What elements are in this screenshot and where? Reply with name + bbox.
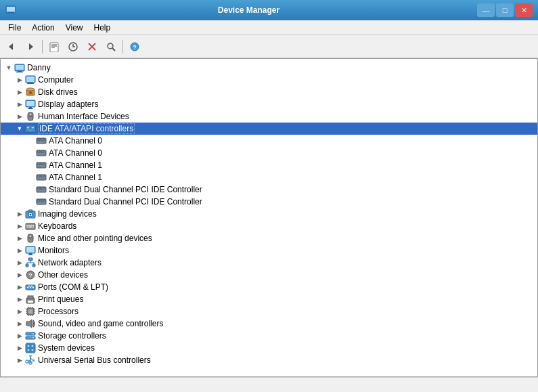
svg-rect-65 — [32, 225, 34, 226]
expand-mouse[interactable]: ▶ — [14, 233, 25, 244]
monitors-label: Monitors — [38, 246, 69, 255]
help-button[interactable]: ? — [126, 38, 143, 56]
ports-label: Ports (COM & LPT) — [38, 282, 108, 292]
svg-rect-23 — [27, 83, 34, 84]
expand-other[interactable]: ▶ — [14, 269, 25, 280]
usb-label: Universal Serial Bus controllers — [38, 355, 151, 365]
ata-ch0-2-label: ATA Channel 0 — [49, 148, 102, 158]
update-driver-button[interactable] — [64, 38, 82, 56]
list-item[interactable]: ▶ ? Other devices — [1, 269, 537, 281]
svg-rect-46 — [37, 163, 40, 165]
svg-rect-56 — [41, 200, 44, 201]
svg-rect-44 — [41, 151, 44, 152]
svg-rect-41 — [41, 139, 44, 140]
list-item[interactable]: ATA Channel 1 — [1, 159, 537, 171]
print-icon — [25, 294, 36, 305]
list-item[interactable]: ▶ Print queues — [1, 293, 537, 305]
expand-ports[interactable]: ▶ — [14, 282, 25, 292]
list-item[interactable]: ▶ Mice and other pointing devices — [1, 232, 537, 244]
svg-rect-53 — [41, 188, 44, 189]
expand-monitors[interactable]: ▶ — [14, 245, 25, 256]
scan-hardware-button[interactable] — [102, 38, 120, 56]
ata-icon — [36, 172, 47, 183]
expand-display[interactable]: ▶ — [14, 99, 25, 110]
svg-point-89 — [28, 286, 30, 287]
std-pci-1-label: Standard Dual Channel PCI IDE Controller — [49, 185, 202, 194]
list-item[interactable]: ▶ Ports (COM & LPT) — [1, 281, 537, 293]
forward-button[interactable] — [22, 38, 39, 56]
expand-processors[interactable]: ▶ — [14, 306, 25, 317]
expand-ide[interactable]: ▼ — [14, 123, 25, 134]
svg-rect-116 — [31, 345, 34, 347]
list-item[interactable]: Standard Dual Channel PCI IDE Controller — [1, 196, 537, 208]
svg-rect-29 — [29, 107, 32, 108]
expand-disk[interactable]: ▶ — [14, 87, 25, 97]
expand-print[interactable]: ▶ — [14, 294, 25, 305]
list-item[interactable]: ▶ Monitors — [1, 244, 537, 257]
expand-usb[interactable]: ▶ — [14, 355, 25, 366]
menu-action[interactable]: Action — [26, 22, 60, 34]
expand-hid[interactable]: ▶ — [14, 111, 25, 122]
svg-rect-36 — [31, 127, 35, 129]
menu-file[interactable]: File — [3, 22, 26, 34]
minimize-button[interactable]: — — [477, 3, 495, 17]
list-item[interactable]: ▶ Universal Serial Bus controllers — [1, 354, 537, 366]
tree-view[interactable]: ▼ Danny ▶ Comp — [1, 59, 537, 376]
svg-rect-22 — [28, 83, 32, 83]
svg-rect-32 — [28, 116, 33, 116]
list-item[interactable]: Standard Dual Channel PCI IDE Controller — [1, 183, 537, 196]
list-item[interactable]: ▶ Storage controllers — [1, 330, 537, 342]
svg-rect-76 — [28, 258, 32, 261]
list-item[interactable]: ▶ Network adapters — [1, 257, 537, 269]
svg-rect-115 — [27, 345, 30, 347]
expand-keyboard[interactable]: ▶ — [14, 221, 25, 232]
list-item[interactable]: ATA Channel 0 — [1, 147, 537, 159]
storage-icon — [25, 330, 36, 341]
menu-view[interactable]: View — [60, 22, 89, 34]
list-item[interactable]: ATA Channel 0 — [1, 135, 537, 147]
ide-atapi-item[interactable]: ▼ IDE ATA/ATAPI controllers — [1, 123, 537, 135]
expand-storage[interactable]: ▶ — [14, 330, 25, 341]
list-item[interactable]: ▶ Proces — [1, 305, 537, 318]
svg-rect-94 — [27, 299, 28, 300]
list-item[interactable]: ▶ System devices — [1, 342, 537, 354]
menu-help[interactable]: Help — [89, 22, 116, 34]
ata-ch1-1-label: ATA Channel 1 — [49, 160, 102, 170]
expand-computer[interactable]: ▶ — [14, 74, 25, 85]
cpu-icon — [25, 306, 36, 317]
list-item[interactable]: ATA Channel 1 — [1, 171, 537, 183]
ata-icon — [36, 184, 47, 195]
toolbar: ? — [0, 35, 538, 58]
list-item[interactable]: ▶ Sound, video and game controllers — [1, 318, 537, 330]
maximize-button[interactable]: □ — [496, 3, 514, 17]
expand-network[interactable]: ▶ — [14, 257, 25, 268]
svg-rect-40 — [37, 139, 40, 140]
svg-rect-123 — [32, 360, 35, 362]
list-item[interactable]: ▶ Display adapters — [1, 98, 537, 110]
svg-rect-67 — [28, 227, 32, 228]
close-button[interactable]: ✕ — [515, 3, 533, 17]
svg-rect-50 — [41, 175, 44, 177]
imaging-icon — [25, 209, 36, 219]
list-item[interactable]: ▶ Keyboards — [1, 220, 537, 232]
back-button[interactable] — [3, 38, 20, 56]
expand-system[interactable]: ▶ — [14, 343, 25, 353]
list-item[interactable]: ▶ Computer — [1, 74, 537, 86]
svg-rect-64 — [30, 225, 32, 226]
expand-imaging[interactable]: ▶ — [14, 209, 25, 219]
sound-label: Sound, video and game controllers — [38, 319, 163, 328]
svg-rect-118 — [31, 349, 34, 351]
svg-marker-109 — [26, 320, 32, 328]
network-icon — [25, 257, 36, 268]
computer-icon — [25, 74, 36, 85]
expand-danny[interactable]: ▼ — [3, 62, 14, 73]
tree-root[interactable]: ▼ Danny — [1, 62, 537, 74]
uninstall-button[interactable] — [83, 38, 101, 56]
list-item[interactable]: ▶ Human Interface Devices — [1, 110, 537, 123]
expand-sound[interactable]: ▶ — [14, 318, 25, 329]
hid-label: Human Interface Devices — [38, 112, 129, 121]
list-item[interactable]: ▶ Disk drives — [1, 86, 537, 98]
list-item[interactable]: ▶ Imaging devices — [1, 208, 537, 220]
properties-button[interactable] — [45, 38, 63, 56]
mice-label: Mice and other pointing devices — [38, 234, 152, 243]
